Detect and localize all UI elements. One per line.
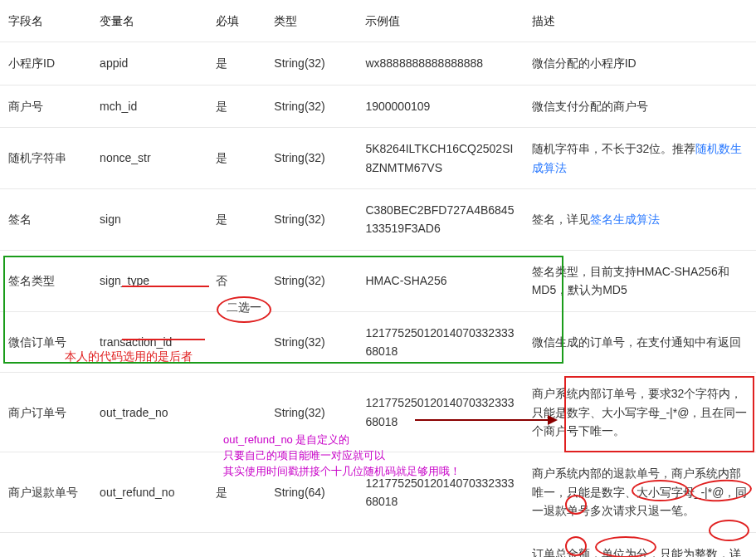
cell-field: 商户退款单号	[0, 452, 91, 532]
cell-example: 1217752501201407033233368018	[357, 373, 523, 452]
desc-link[interactable]: 签名生成算法	[590, 213, 660, 226]
cell-type: String(32)	[266, 373, 357, 452]
cell-var: out_trade_no	[91, 373, 207, 452]
cell-desc: 微信分配的小程序ID	[524, 42, 756, 85]
cell-type: Int	[266, 532, 357, 557]
cell-example: wx8888888888888888	[357, 42, 523, 85]
cell-required	[207, 373, 266, 452]
th-example: 示例值	[357, 0, 523, 42]
cell-desc: 微信支付分配的商户号	[524, 85, 756, 127]
cell-desc: 商户系统内部的退款单号，商户系统内部唯一，只能是数字、大小写字母_-|*@，同一…	[524, 452, 756, 532]
cell-required	[207, 311, 266, 373]
th-var: 变量名	[91, 0, 207, 42]
desc-text: 随机字符串，不长于32位。推荐	[532, 142, 696, 155]
cell-type: String(32)	[266, 311, 357, 373]
cell-desc: 订单总金额，单位为分，只能为整数，详见支付金额	[524, 532, 756, 557]
cell-field: 微信订单号	[0, 311, 91, 373]
desc-text: 订单总金额，单位为分，只能为整数，详见	[532, 547, 741, 557]
cell-desc: 微信生成的订单号，在支付通知中有返回	[524, 311, 756, 373]
th-field: 字段名	[0, 0, 91, 42]
cell-var: total_fee	[91, 532, 207, 557]
cell-required: 是	[207, 532, 266, 557]
cell-var: appid	[91, 42, 207, 85]
table-row: 微信订单号transaction_idString(32)12177525012…	[0, 311, 756, 373]
cell-example: 5K8264ILTKCH16CQ2502SI8ZNMTM67VS	[357, 128, 523, 189]
th-type: 类型	[266, 0, 357, 42]
table-row: 商户订单号out_trade_noString(32)1217752501201…	[0, 373, 756, 452]
table-row: 商户退款单号out_refund_no是String(64)1217752501…	[0, 452, 756, 532]
cell-var: sign_type	[91, 250, 207, 311]
table-row: 商户号mch_id是String(32)1900000109微信支付分配的商户号	[0, 85, 756, 127]
cell-field: 商户号	[0, 85, 91, 127]
cell-desc: 商户系统内部订单号，要求32个字符内，只能是数字、大小写字母_-|*@，且在同一…	[524, 373, 756, 452]
table-row: 签名类型sign_type否String(32)HMAC-SHA256签名类型，…	[0, 250, 756, 311]
cell-type: String(32)	[266, 128, 357, 189]
cell-var: transaction_id	[91, 311, 207, 373]
cell-example: HMAC-SHA256	[357, 250, 523, 311]
th-desc: 描述	[524, 0, 756, 42]
cell-var: out_refund_no	[91, 452, 207, 532]
cell-type: String(64)	[266, 452, 357, 532]
cell-required: 是	[207, 452, 266, 532]
cell-field: 商户订单号	[0, 373, 91, 452]
cell-desc: 签名类型，目前支持HMAC-SHA256和MD5，默认为MD5	[524, 250, 756, 311]
cell-type: String(32)	[266, 85, 357, 127]
table-row: 签名sign是String(32)C380BEC2BFD727A4B684513…	[0, 188, 756, 250]
desc-text: 签名，详见	[532, 213, 590, 226]
cell-example: 1217752501201407033233368018	[357, 311, 523, 373]
cell-required: 是	[207, 188, 266, 250]
table-row: 随机字符串nonce_str是String(32)5K8264ILTKCH16C…	[0, 128, 756, 189]
cell-example: 100	[357, 532, 523, 557]
cell-field: 随机字符串	[0, 128, 91, 189]
cell-field: 订单金额	[0, 532, 91, 557]
cell-example: C380BEC2BFD727A4B6845133519F3AD6	[357, 188, 523, 250]
api-fields-table: 字段名 变量名 必填 类型 示例值 描述 小程序IDappid是String(3…	[0, 0, 756, 557]
cell-required: 是	[207, 128, 266, 189]
cell-desc: 随机字符串，不长于32位。推荐随机数生成算法	[524, 128, 756, 189]
th-required: 必填	[207, 0, 266, 42]
cell-type: String(32)	[266, 42, 357, 85]
cell-type: String(32)	[266, 250, 357, 311]
cell-required: 是	[207, 42, 266, 85]
cell-type: String(32)	[266, 188, 357, 250]
cell-required: 否	[207, 250, 266, 311]
cell-desc: 签名，详见签名生成算法	[524, 188, 756, 250]
cell-var: mch_id	[91, 85, 207, 127]
cell-example: 1900000109	[357, 85, 523, 127]
cell-var: nonce_str	[91, 128, 207, 189]
cell-field: 小程序ID	[0, 42, 91, 85]
cell-field: 签名类型	[0, 250, 91, 311]
cell-var: sign	[91, 188, 207, 250]
table-row: 订单金额total_fee是Int100订单总金额，单位为分，只能为整数，详见支…	[0, 532, 756, 557]
cell-field: 签名	[0, 188, 91, 250]
table-header-row: 字段名 变量名 必填 类型 示例值 描述	[0, 0, 756, 42]
cell-example: 1217752501201407033233368018	[357, 452, 523, 532]
table-row: 小程序IDappid是String(32)wx8888888888888888微…	[0, 42, 756, 85]
cell-required: 是	[207, 85, 266, 127]
